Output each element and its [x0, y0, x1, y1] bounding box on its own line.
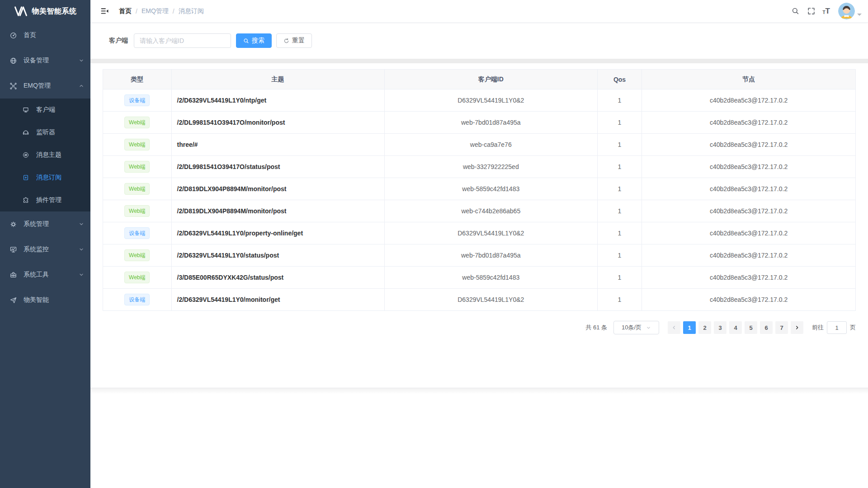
user-avatar-menu[interactable] [838, 3, 862, 19]
node-cell: c40b2d8ea5c3@172.17.0.2 [642, 244, 856, 267]
sidebar-item-home[interactable]: 首页 [0, 23, 90, 48]
page-number-button[interactable]: 4 [729, 321, 742, 334]
sidebar-item-label: 插件管理 [36, 196, 84, 204]
sidebar-item-clients[interactable]: 客户端 [0, 99, 90, 121]
app-title: 物美智能系统 [32, 7, 77, 16]
sidebar-item-label: EMQ管理 [24, 82, 79, 90]
goto-label: 前往 [812, 324, 824, 332]
client-id-label: 客户端 [109, 37, 128, 45]
column-header-type: 类型 [103, 70, 172, 89]
table-row: 设备端 /2/D6329VL54419L1Y0/ntp/get D6329VL5… [103, 89, 856, 112]
fullscreen-button[interactable] [803, 4, 819, 18]
column-header-topic: 主题 [171, 70, 384, 89]
type-cell: Web端 [103, 112, 172, 134]
sidebar-item-wumei-smart[interactable]: 物美智能 [0, 287, 90, 313]
table-row: Web端 three/# web-ca9a7e76 1 c40b2d8ea5c3… [103, 134, 856, 156]
chevron-down-icon [646, 325, 651, 330]
sidebar-item-system-mgmt[interactable]: 系统管理 [0, 211, 90, 237]
qos-cell: 1 [597, 200, 642, 222]
plugin-puzzle-icon [22, 197, 30, 204]
total-count: 共 61 条 [585, 324, 607, 332]
topic-cell: /3/D85E00R65DYXK42G/status/post [171, 267, 384, 289]
next-page-button[interactable] [791, 321, 803, 334]
headset-icon [22, 129, 30, 136]
sidebar-item-label: 系统监控 [24, 245, 79, 253]
sidebar-toggle-button[interactable] [97, 4, 113, 18]
node-cell: c40b2d8ea5c3@172.17.0.2 [642, 222, 856, 244]
type-badge: Web端 [124, 183, 150, 195]
navbar-actions: TT [788, 3, 862, 19]
qos-cell: 1 [597, 267, 642, 289]
type-badge: 设备端 [124, 94, 150, 106]
page-number-button[interactable]: 7 [775, 321, 788, 334]
avatar [838, 3, 855, 19]
sidebar-item-label: 消息订阅 [36, 174, 84, 182]
type-badge: Web端 [124, 117, 150, 128]
column-header-qos: Qos [597, 70, 642, 89]
node-cell: c40b2d8ea5c3@172.17.0.2 [642, 200, 856, 222]
topic-cell: /2/D819DLX904P8894M/monitor/post [171, 178, 384, 200]
sidebar-item-subscriptions[interactable]: 消息订阅 [0, 166, 90, 189]
type-cell: Web端 [103, 267, 172, 289]
client-id-cell: D6329VL54419L1Y0&2 [384, 89, 597, 112]
monitor-chart-icon [9, 246, 17, 253]
chevron-up-icon [79, 83, 84, 89]
top-navbar: 首页 / EMQ管理 / 消息订阅 TT [90, 0, 868, 23]
sidebar-item-device-mgmt[interactable]: 设备管理 [0, 48, 90, 73]
breadcrumb-separator: / [136, 8, 137, 15]
qos-cell: 1 [597, 222, 642, 244]
goto-page-group: 前往 页 [812, 321, 856, 334]
pagination: 共 61 条 10条/页 1 2 3 4 [103, 321, 856, 334]
content-bottom-shadow [90, 388, 868, 394]
reset-button[interactable]: 重置 [276, 33, 312, 48]
type-badge: 设备端 [124, 294, 150, 305]
page-number-button[interactable]: 1 [683, 321, 696, 334]
sidebar: 物美智能系统 首页 设备管理 [0, 0, 90, 488]
search-icon [791, 7, 800, 15]
sidebar-item-topics[interactable]: 消息主题 [0, 144, 90, 166]
client-id-cell: web-5859c42fd1483 [384, 178, 597, 200]
type-badge: Web端 [124, 139, 150, 150]
page-number-button[interactable]: 6 [760, 321, 773, 334]
qos-cell: 1 [597, 178, 642, 200]
section-divider [90, 59, 868, 63]
chevron-down-icon [79, 58, 84, 63]
search-button[interactable]: 搜索 [236, 33, 272, 48]
refresh-icon [283, 38, 289, 44]
sidebar-item-system-monitor[interactable]: 系统监控 [0, 237, 90, 262]
search-form: 客户端 搜索 重置 [90, 23, 868, 59]
node-cell: c40b2d8ea5c3@172.17.0.2 [642, 89, 856, 112]
page-number-button[interactable]: 3 [714, 321, 726, 334]
sidebar-item-listeners[interactable]: 监听器 [0, 121, 90, 144]
type-badge: Web端 [124, 161, 150, 173]
qos-cell: 1 [597, 89, 642, 112]
goto-page-input[interactable] [827, 321, 847, 334]
chevron-right-icon [794, 325, 800, 330]
type-cell: Web端 [103, 200, 172, 222]
emq-submenu: 客户端 监听器 消息主题 [0, 99, 90, 211]
sidebar-item-label: 消息主题 [36, 151, 84, 159]
page-number-button[interactable]: 2 [698, 321, 711, 334]
node-cell: c40b2d8ea5c3@172.17.0.2 [642, 178, 856, 200]
font-size-button[interactable]: TT [819, 5, 834, 18]
sidebar-item-emq-mgmt[interactable]: EMQ管理 [0, 73, 90, 99]
sidebar-item-label: 首页 [24, 31, 84, 39]
va-logo-icon [14, 5, 28, 17]
app-logo[interactable]: 物美智能系统 [0, 0, 90, 23]
sidebar-item-label: 系统工具 [24, 271, 79, 279]
client-id-cell: web-c744b2e86ab65 [384, 200, 597, 222]
breadcrumb-home[interactable]: 首页 [119, 7, 132, 15]
sidebar-item-system-tools[interactable]: 系统工具 [0, 262, 90, 287]
table-row: Web端 /2/DL9981541O39417O/status/post web… [103, 156, 856, 178]
client-id-input[interactable] [134, 33, 231, 48]
toolbox-icon [9, 271, 17, 279]
sidebar-item-plugins[interactable]: 插件管理 [0, 189, 90, 211]
table-header-row: 类型 主题 客户端ID Qos 节点 [103, 70, 856, 89]
chevron-down-icon [79, 272, 84, 277]
header-search-button[interactable] [788, 4, 803, 18]
subscriptions-table-card: 类型 主题 客户端ID Qos 节点 设备端 /2/D6329VL54419L1… [90, 63, 868, 388]
page-size-select[interactable]: 10条/页 [613, 321, 659, 334]
prev-page-button[interactable] [668, 321, 680, 334]
gear-icon [9, 221, 17, 228]
page-number-button[interactable]: 5 [745, 321, 757, 334]
